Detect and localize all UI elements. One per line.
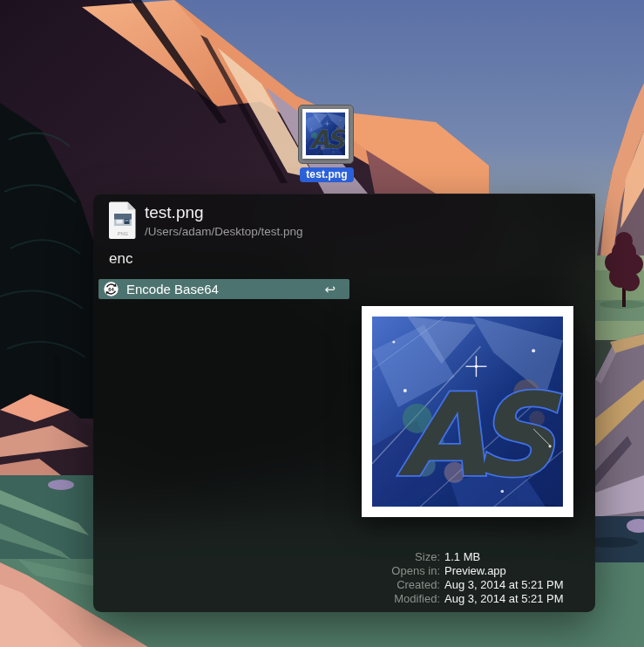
desktop-file-label-wrap: test.png xyxy=(283,166,370,182)
return-key-icon: ↩ xyxy=(324,283,336,296)
png-file-icon: PNG xyxy=(108,201,138,239)
file-thumbnail xyxy=(302,109,349,159)
metadata-row-size: Size: 1.1 MB xyxy=(365,550,583,564)
base64-encode-icon: 64 xyxy=(104,282,119,296)
action-row-encode-base64[interactable]: 64 Encode Base64 ↩ xyxy=(98,279,349,299)
svg-text:64: 64 xyxy=(108,287,114,292)
metadata-row-opens-in: Opens in: Preview.app xyxy=(365,564,583,578)
desktop: AS xyxy=(0,0,644,647)
file-title: test.png xyxy=(145,203,204,222)
as-logo-thumbnail xyxy=(306,112,345,155)
as-logo-preview xyxy=(372,317,563,507)
desktop-file-label[interactable]: test.png xyxy=(300,167,353,182)
metadata-row-created: Created: Aug 3, 2014 at 5:21 PM xyxy=(365,578,583,592)
svg-text:PNG: PNG xyxy=(118,231,128,236)
action-label: Encode Base64 xyxy=(126,282,219,296)
quick-action-panel: PNG test.png /Users/adam/Desktop/test.pn… xyxy=(93,194,595,612)
file-metadata: Size: 1.1 MB Opens in: Preview.app Creat… xyxy=(365,550,583,606)
metadata-row-modified: Modified: Aug 3, 2014 at 5:21 PM xyxy=(365,592,583,606)
search-input[interactable]: enc xyxy=(109,250,283,268)
file-path: /Users/adam/Desktop/test.png xyxy=(145,225,303,238)
desktop-file-icon[interactable] xyxy=(298,105,354,164)
image-preview-frame xyxy=(362,306,573,517)
